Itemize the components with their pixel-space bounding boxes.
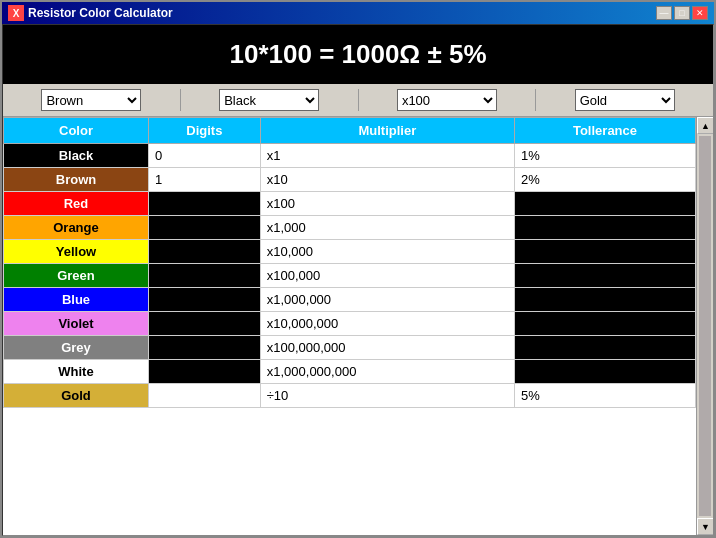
- digits-cell: 8: [148, 336, 260, 360]
- multiplier-cell: x100,000,000: [260, 336, 514, 360]
- title-bar-left: X Resistor Color Calculator: [8, 5, 173, 21]
- band2-dropdown-cell: Black Brown Red Orange Yellow Green Blue…: [181, 89, 359, 111]
- scroll-up-button[interactable]: ▲: [697, 117, 713, 134]
- color-cell: Grey: [4, 336, 149, 360]
- table-row: Red2x100: [4, 192, 696, 216]
- app-icon: X: [8, 5, 24, 21]
- table-container: Color Digits Multiplier Tollerance Black…: [3, 117, 696, 535]
- multiplier-cell: x100,000: [260, 264, 514, 288]
- tolerance-cell: 1%: [514, 144, 695, 168]
- title-bar: X Resistor Color Calculator — □ ✕: [2, 2, 714, 24]
- scroll-down-button[interactable]: ▼: [697, 518, 713, 535]
- band4-select[interactable]: Gold Silver None Brown Red Green Blue Vi…: [575, 89, 675, 111]
- color-cell: White: [4, 360, 149, 384]
- band1-dropdown-cell: Brown Black Red Orange Yellow Green Blue…: [3, 89, 181, 111]
- table-row: Grey8x100,000,000: [4, 336, 696, 360]
- main-window: X Resistor Color Calculator — □ ✕ 10*100…: [0, 0, 716, 538]
- color-cell: Yellow: [4, 240, 149, 264]
- digits-cell: [148, 384, 260, 408]
- close-button[interactable]: ✕: [692, 6, 708, 20]
- band4-dropdown-cell: Gold Silver None Brown Red Green Blue Vi…: [536, 89, 713, 111]
- digits-cell: 2: [148, 192, 260, 216]
- band2-select[interactable]: Black Brown Red Orange Yellow Green Blue…: [219, 89, 319, 111]
- color-cell: Green: [4, 264, 149, 288]
- multiplier-cell: ÷10: [260, 384, 514, 408]
- digits-cell: 1: [148, 168, 260, 192]
- table-row: Black0x11%: [4, 144, 696, 168]
- tolerance-cell: [514, 288, 695, 312]
- title-controls: — □ ✕: [656, 6, 708, 20]
- color-cell: Black: [4, 144, 149, 168]
- minimize-button[interactable]: —: [656, 6, 672, 20]
- multiplier-cell: x1,000: [260, 216, 514, 240]
- multiplier-cell: x10: [260, 168, 514, 192]
- scrollbar: ▲ ▼: [696, 117, 713, 535]
- color-cell: Brown: [4, 168, 149, 192]
- multiplier-cell: x1,000,000: [260, 288, 514, 312]
- table-row: Green5x100,000: [4, 264, 696, 288]
- header-tolerance: Tollerance: [514, 118, 695, 144]
- dropdown-row: Brown Black Red Orange Yellow Green Blue…: [3, 84, 713, 117]
- table-header-row: Color Digits Multiplier Tollerance: [4, 118, 696, 144]
- tolerance-cell: [514, 264, 695, 288]
- header-multiplier: Multiplier: [260, 118, 514, 144]
- tolerance-cell: [514, 312, 695, 336]
- table-row: White9x1,000,000,000: [4, 360, 696, 384]
- maximize-button[interactable]: □: [674, 6, 690, 20]
- band3-dropdown-cell: x1 x10 x100 x1,000 x10,000 x100,000 x1,0…: [359, 89, 537, 111]
- color-cell: Violet: [4, 312, 149, 336]
- digits-cell: 0: [148, 144, 260, 168]
- table-row: Violet7x10,000,000: [4, 312, 696, 336]
- scrollbar-thumb[interactable]: [699, 136, 711, 516]
- multiplier-cell: x10,000,000: [260, 312, 514, 336]
- tolerance-cell: [514, 360, 695, 384]
- header-digits: Digits: [148, 118, 260, 144]
- color-table: Color Digits Multiplier Tollerance Black…: [3, 117, 696, 408]
- formula-display: 10*100 = 1000Ω ± 5%: [3, 25, 713, 84]
- tolerance-cell: [514, 240, 695, 264]
- digits-cell: 9: [148, 360, 260, 384]
- content-area: 10*100 = 1000Ω ± 5% Brown Black Red Oran…: [2, 24, 714, 536]
- digits-cell: 6: [148, 288, 260, 312]
- tolerance-cell: [514, 192, 695, 216]
- multiplier-cell: x1: [260, 144, 514, 168]
- digits-cell: 4: [148, 240, 260, 264]
- color-cell: Gold: [4, 384, 149, 408]
- color-cell: Orange: [4, 216, 149, 240]
- formula-text: 10*100 = 1000Ω ± 5%: [229, 39, 486, 69]
- tolerance-cell: [514, 216, 695, 240]
- multiplier-cell: x10,000: [260, 240, 514, 264]
- table-row: Gold÷105%: [4, 384, 696, 408]
- table-row: Yellow4x10,000: [4, 240, 696, 264]
- color-cell: Red: [4, 192, 149, 216]
- band1-select[interactable]: Brown Black Red Orange Yellow Green Blue…: [41, 89, 141, 111]
- digits-cell: 3: [148, 216, 260, 240]
- tolerance-cell: [514, 336, 695, 360]
- color-cell: Blue: [4, 288, 149, 312]
- table-row: Orange3x1,000: [4, 216, 696, 240]
- table-row: Blue6x1,000,000: [4, 288, 696, 312]
- tolerance-cell: 5%: [514, 384, 695, 408]
- band3-select[interactable]: x1 x10 x100 x1,000 x10,000 x100,000 x1,0…: [397, 89, 497, 111]
- window-title: Resistor Color Calculator: [28, 6, 173, 20]
- multiplier-cell: x1,000,000,000: [260, 360, 514, 384]
- header-color: Color: [4, 118, 149, 144]
- table-row: Brown1x102%: [4, 168, 696, 192]
- digits-cell: 5: [148, 264, 260, 288]
- table-area: Color Digits Multiplier Tollerance Black…: [3, 117, 713, 535]
- main-panel: 10*100 = 1000Ω ± 5% Brown Black Red Oran…: [2, 24, 714, 536]
- tolerance-cell: 2%: [514, 168, 695, 192]
- multiplier-cell: x100: [260, 192, 514, 216]
- digits-cell: 7: [148, 312, 260, 336]
